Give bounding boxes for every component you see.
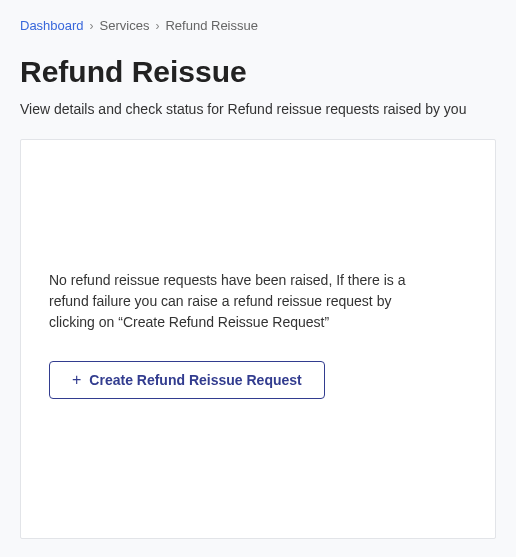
breadcrumb-dashboard[interactable]: Dashboard	[20, 18, 84, 33]
breadcrumb-services[interactable]: Services	[100, 18, 150, 33]
page-subtitle: View details and check status for Refund…	[20, 101, 496, 117]
chevron-right-icon: ›	[155, 19, 159, 33]
breadcrumb-refund-reissue: Refund Reissue	[165, 18, 258, 33]
chevron-right-icon: ›	[90, 19, 94, 33]
empty-state-message: No refund reissue requests have been rai…	[49, 270, 429, 333]
create-refund-reissue-button[interactable]: + Create Refund Reissue Request	[49, 361, 325, 399]
breadcrumb: Dashboard › Services › Refund Reissue	[20, 18, 496, 33]
refund-reissue-card: No refund reissue requests have been rai…	[20, 139, 496, 539]
plus-icon: +	[72, 372, 81, 388]
page-title: Refund Reissue	[20, 55, 496, 89]
create-button-label: Create Refund Reissue Request	[89, 372, 301, 388]
